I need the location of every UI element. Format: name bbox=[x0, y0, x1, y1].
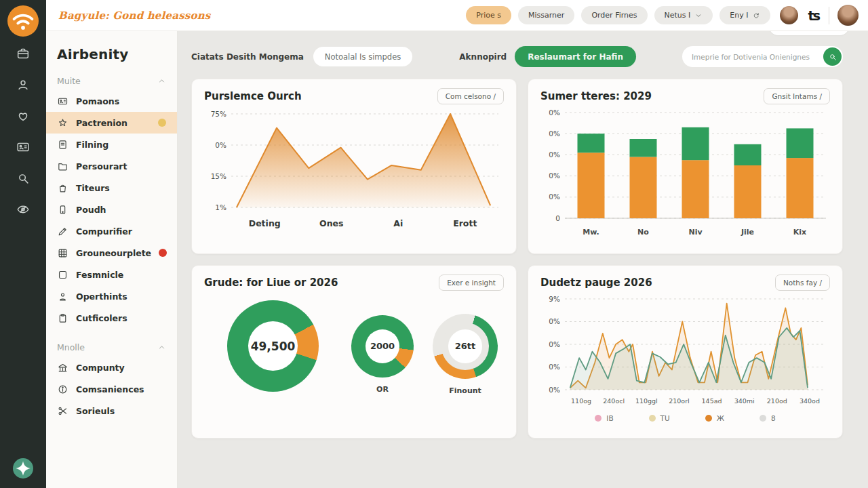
grade-card: Grude: for Liue or 2026 Exer e insight 4… bbox=[191, 265, 517, 439]
heart-icon[interactable] bbox=[16, 108, 31, 123]
header-divider bbox=[829, 7, 829, 24]
sidebar-item-pactrenion[interactable]: Pactrenion bbox=[46, 112, 177, 134]
sidebar-item-compurifier[interactable]: Compurifier bbox=[46, 220, 177, 242]
svg-text:110og: 110og bbox=[571, 397, 591, 405]
left-icon-rail bbox=[0, 0, 46, 488]
svg-text:Mw.: Mw. bbox=[583, 228, 599, 237]
restaurant-filter-button[interactable]: Reslaumart for Hafin bbox=[515, 46, 636, 67]
scissors-icon bbox=[57, 405, 68, 417]
svg-text:110ggl: 110ggl bbox=[635, 397, 658, 405]
performance-card-action-button[interactable]: Com celsono ∕ bbox=[437, 88, 504, 104]
sidebar-item-persourart[interactable]: Persourart bbox=[46, 155, 177, 177]
sparkle-star-icon bbox=[13, 458, 33, 479]
sidebar-item-comsaniences[interactable]: Comsaniences bbox=[46, 378, 177, 400]
sidebar-item-compunty[interactable]: Compunty bbox=[46, 357, 177, 378]
wifi-logo-icon bbox=[7, 5, 39, 37]
signature-glyph: ʦ bbox=[808, 8, 821, 23]
legend-item-tu: TU bbox=[649, 414, 670, 422]
svg-text:Ai: Ai bbox=[393, 218, 403, 228]
nav-eny-i-button[interactable]: Eny I bbox=[719, 6, 770, 24]
svg-text:0%: 0% bbox=[549, 317, 560, 325]
svg-text:No: No bbox=[637, 228, 649, 237]
dashboard-grid: Purslemce Ourch Com celsono ∕ 75%0%15%1%… bbox=[191, 79, 868, 439]
app-logo-button[interactable] bbox=[7, 5, 39, 37]
svg-text:75%: 75% bbox=[211, 110, 226, 118]
summary-card-title: Sumer tteres: 2029 bbox=[540, 90, 652, 102]
performance-card: Purslemce Ourch Com celsono ∕ 75%0%15%1%… bbox=[191, 79, 517, 254]
nav-missarner-button[interactable]: Missarner bbox=[518, 6, 574, 24]
sidebar-item-pomaons[interactable]: Pomaons bbox=[46, 90, 177, 112]
summary-card: Sumer tteres: 2029 Gnsit Intams ∕ 0%0%0%… bbox=[528, 79, 843, 254]
svg-text:0%: 0% bbox=[549, 386, 560, 394]
svg-text:Deting: Deting bbox=[249, 218, 281, 228]
donut-charts: 49,5002000OR26ttFinount bbox=[204, 300, 504, 410]
svg-text:1%: 1% bbox=[215, 203, 226, 211]
area-chart: 75%0%15%1%DetingOnesAiErott bbox=[204, 106, 504, 236]
top-header: Bagyule: Gond heleassons Prioe sMissarne… bbox=[46, 0, 868, 31]
stacked-bar-chart: 0%0%0%0%0%0Mw.NoNivJileKix bbox=[540, 106, 830, 245]
main-content: Packissses Dstrvemesnt Ciatats Desith Mo… bbox=[178, 0, 868, 439]
svg-text:0%: 0% bbox=[549, 129, 560, 138]
search-icon[interactable] bbox=[16, 171, 31, 186]
grade-card-action-button[interactable]: Exer e insight bbox=[439, 274, 504, 291]
donut-3: 26ttFinount bbox=[433, 314, 498, 397]
star-icon bbox=[57, 117, 68, 129]
file-icon bbox=[57, 139, 68, 150]
suitcase-icon[interactable] bbox=[16, 46, 31, 61]
donut-1: 49,500 bbox=[227, 300, 319, 410]
sidebar-item-titeurs[interactable]: Titeurs bbox=[46, 177, 177, 199]
summary-card-action-button[interactable]: Gnsit Intams ∕ bbox=[764, 88, 830, 104]
sidebar-section-muite[interactable]: Muite bbox=[57, 76, 166, 86]
header-nav: Prioe sMissarnerOrder FirnesNetus IEny I bbox=[466, 6, 770, 24]
nav-prioe-s-button[interactable]: Prioe s bbox=[466, 6, 511, 24]
sidebar-item-poudh[interactable]: Poudh bbox=[46, 199, 177, 220]
sidebar-item-operthints[interactable]: Operthints bbox=[46, 285, 177, 307]
donut-2: 2000OR bbox=[351, 315, 414, 396]
nav-order-firnes-button[interactable]: Order Firnes bbox=[581, 6, 647, 24]
svg-text:340mi: 340mi bbox=[734, 397, 755, 405]
workspace-title: Airbenity bbox=[57, 46, 166, 62]
brand-wordmark: Bagyule: Gond heleassons bbox=[58, 9, 210, 22]
sidebar-item-cutficolers[interactable]: Cutficolers bbox=[46, 307, 177, 329]
legend-item-: Ж bbox=[705, 414, 724, 422]
user-avatar-secondary[interactable] bbox=[780, 6, 798, 24]
chevron-up-icon bbox=[157, 343, 166, 352]
search-submit-button[interactable] bbox=[823, 47, 842, 66]
sidebar-item-grouneourplete[interactable]: Grouneourplete bbox=[46, 242, 177, 264]
user-avatar[interactable] bbox=[837, 5, 859, 26]
search-input[interactable] bbox=[692, 53, 823, 61]
nav-netus-i-button[interactable]: Netus I bbox=[654, 6, 713, 24]
sidebar: Airbenity MuitePomaonsPactrenionFilningP… bbox=[46, 31, 178, 488]
svg-text:340od: 340od bbox=[800, 397, 820, 405]
svg-text:145ad: 145ad bbox=[702, 397, 722, 405]
svg-text:Ones: Ones bbox=[319, 218, 343, 228]
phone-icon bbox=[57, 204, 68, 216]
toolbar-right-label: Aknnopird bbox=[459, 52, 507, 62]
search-icon bbox=[828, 52, 837, 62]
legend-dot-icon bbox=[760, 415, 766, 422]
sidebar-section-mnolle[interactable]: Mnolle bbox=[57, 342, 166, 352]
svg-text:0%: 0% bbox=[549, 108, 560, 117]
bank-icon bbox=[57, 362, 68, 373]
svg-text:210orl: 210orl bbox=[669, 397, 690, 405]
grade-card-title: Grude: for Liue or 2026 bbox=[204, 277, 338, 289]
svg-text:15%: 15% bbox=[211, 172, 226, 180]
sidebar-item-sorieuls[interactable]: Sorieuls bbox=[46, 400, 177, 422]
person-icon[interactable] bbox=[16, 77, 31, 92]
info-circle-icon bbox=[57, 384, 68, 395]
filter-toolbar: Ciatats Desith Mongema Notoalal Is simpd… bbox=[191, 46, 868, 67]
legend-dot-icon bbox=[649, 415, 656, 422]
assistant-button[interactable] bbox=[13, 458, 33, 479]
budget-card-action-button[interactable]: Noths fay / bbox=[775, 274, 830, 291]
donut-caption: OR bbox=[376, 385, 389, 396]
legend-dot-icon bbox=[705, 415, 712, 422]
id-card-icon[interactable] bbox=[16, 140, 31, 155]
sidebar-item-fesmnicle[interactable]: Fesmnicle bbox=[46, 264, 177, 285]
svg-text:0%: 0% bbox=[549, 192, 560, 201]
sidebar-item-filning[interactable]: Filning bbox=[46, 134, 177, 155]
eye-off-icon[interactable] bbox=[16, 202, 31, 217]
svg-text:0: 0 bbox=[555, 214, 560, 222]
toolbar-filter-pill[interactable]: Notoalal Is simpdes bbox=[313, 47, 412, 66]
legend-dot-icon bbox=[595, 415, 601, 422]
svg-text:210od: 210od bbox=[767, 397, 787, 405]
